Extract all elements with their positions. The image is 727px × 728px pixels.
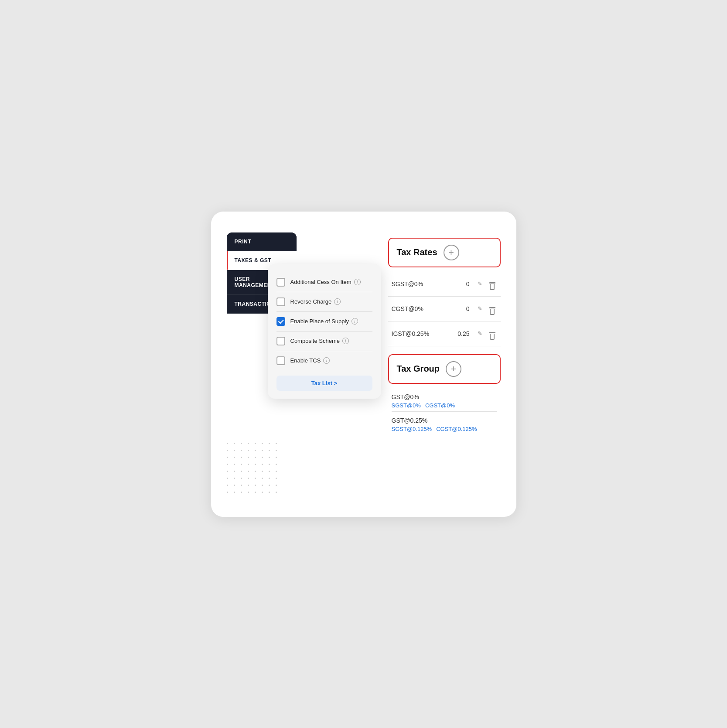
checkbox-place-of-supply-box[interactable] <box>276 317 285 326</box>
sidebar-item-print[interactable]: PRINT <box>227 232 297 251</box>
checkbox-reverse-charge-box[interactable] <box>276 297 285 306</box>
gst0-group-name: GST@0% <box>392 393 497 400</box>
tax-rate-row-igst: IGST@0.25% 0.25 ✎ <box>388 321 501 346</box>
igst-delete-icon[interactable] <box>488 327 497 341</box>
tax-rate-row-cgst: CGST@0% 0 ✎ <box>388 297 501 321</box>
tax-rates-title: Tax Rates <box>397 247 437 257</box>
gst025-group-name: GST@0.25% <box>392 417 497 424</box>
checkbox-enable-tcs-box[interactable] <box>276 356 285 365</box>
cgst-rate-name: CGST@0% <box>392 305 451 312</box>
checkbox-enable-tcs[interactable]: Enable TCS i <box>276 352 372 369</box>
floating-panel: Additional Cess On Item i Reverse Charge… <box>268 264 381 399</box>
igst-rate-value: 0.25 <box>454 330 470 337</box>
tax-rates-header: Tax Rates + <box>388 238 501 267</box>
divider-3 <box>276 331 372 332</box>
place-of-supply-info-icon: i <box>352 318 358 325</box>
tax-group-row-gst0: GST@0% SGST@0% CGST@0% <box>388 388 501 411</box>
cgst-edit-icon[interactable]: ✎ <box>476 304 484 313</box>
dot-grid-decoration: const grid = document.querySelector('.do… <box>227 443 280 496</box>
checkbox-additional-cess-box[interactable] <box>276 278 285 287</box>
checkbox-place-of-supply[interactable]: Enable Place of Supply i <box>276 313 372 330</box>
checkbox-composite-scheme[interactable]: Composite Scheme i <box>276 332 372 350</box>
igst-rate-name: IGST@0.25% <box>392 330 451 337</box>
gst025-tag-cgst: CGST@0.125% <box>436 426 477 432</box>
checkbox-reverse-charge[interactable]: Reverse Charge i <box>276 293 372 311</box>
main-card: PRINT TAXES & GST USER MANAGEMENT TRANSA… <box>211 212 516 517</box>
reverse-charge-info-icon: i <box>334 298 341 305</box>
tax-group-title: Tax Group <box>397 364 440 374</box>
sgst-rate-value: 0 <box>454 280 470 287</box>
gst0-tag-sgst: SGST@0% <box>392 402 421 409</box>
tax-group-section: Tax Group + GST@0% SGST@0% CGST@0% GST@0… <box>388 354 501 435</box>
tax-list-button[interactable]: Tax List > <box>276 376 372 391</box>
sgst-rate-name: SGST@0% <box>392 280 451 287</box>
add-tax-group-button[interactable]: + <box>446 361 461 377</box>
add-tax-rate-button[interactable]: + <box>444 245 459 260</box>
composite-scheme-info-icon: i <box>342 338 349 344</box>
cgst-delete-icon[interactable] <box>488 302 497 316</box>
gst025-group-tags: SGST@0.125% CGST@0.125% <box>392 426 497 432</box>
gst025-tag-sgst: SGST@0.125% <box>392 426 432 432</box>
sgst-edit-icon[interactable]: ✎ <box>476 280 484 288</box>
checkbox-additional-cess[interactable]: Additional Cess On Item i <box>276 273 372 291</box>
gst0-group-tags: SGST@0% CGST@0% <box>392 402 497 409</box>
divider-4 <box>276 351 372 351</box>
tax-rates-list: SGST@0% 0 ✎ CGST@0% 0 ✎ <box>388 272 501 346</box>
tax-group-row-gst025: GST@0.25% SGST@0.125% CGST@0.125% <box>388 412 501 435</box>
divider-2 <box>276 311 372 312</box>
right-panel: Tax Rates + SGST@0% 0 ✎ CGST@0% 0 ✎ <box>388 238 501 499</box>
cgst-rate-value: 0 <box>454 305 470 312</box>
checkbox-composite-scheme-box[interactable] <box>276 337 285 345</box>
igst-edit-icon[interactable]: ✎ <box>476 329 484 338</box>
tax-rate-row-sgst: SGST@0% 0 ✎ <box>388 272 501 297</box>
sgst-delete-icon[interactable] <box>488 277 497 291</box>
enable-tcs-info-icon: i <box>323 357 330 364</box>
gst0-tag-cgst: CGST@0% <box>425 402 455 409</box>
tax-group-header: Tax Group + <box>388 354 501 384</box>
divider-1 <box>276 292 372 292</box>
additional-cess-info-icon: i <box>354 279 361 285</box>
